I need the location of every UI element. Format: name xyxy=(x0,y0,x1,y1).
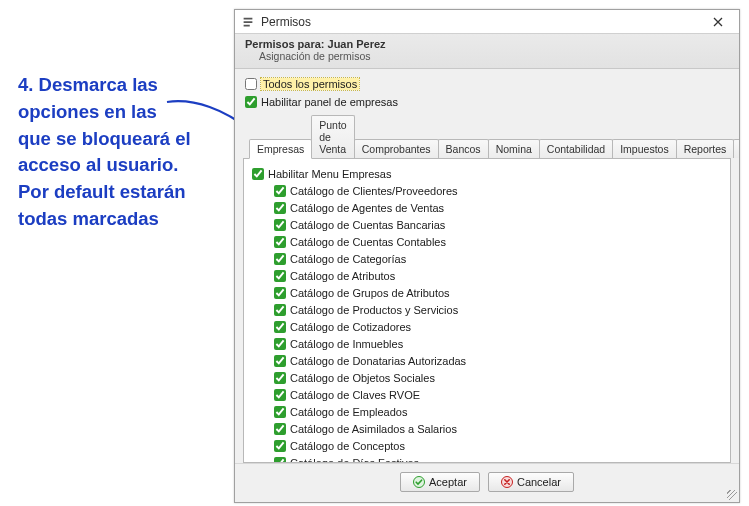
tree-item-label: Catálogo de Inmuebles xyxy=(290,338,403,350)
tab-empresas[interactable]: Empresas xyxy=(249,139,312,159)
tree-item-row: Catálogo de Claves RVOE xyxy=(274,387,722,403)
tree-item-row: Catálogo de Atributos xyxy=(274,268,722,284)
dialog-title: Permisos xyxy=(261,15,701,29)
tree-item-checkbox[interactable] xyxy=(274,355,286,367)
tree-item-checkbox[interactable] xyxy=(274,253,286,265)
tree-item-checkbox[interactable] xyxy=(274,440,286,452)
annotation-text: 4. Desmarca las opciones en las que se b… xyxy=(18,72,193,233)
tree-item-row: Catálogo de Grupos de Atributos xyxy=(274,285,722,301)
resize-grip[interactable] xyxy=(727,490,737,500)
tab-nomina[interactable]: Nomina xyxy=(488,139,540,158)
enable-companies-label: Habilitar panel de empresas xyxy=(261,96,398,108)
tree-item-row: Catálogo de Empleados xyxy=(274,404,722,420)
tree-item-checkbox[interactable] xyxy=(274,236,286,248)
tree-item-label: Catálogo de Agentes de Ventas xyxy=(290,202,444,214)
tab-global[interactable]: Global xyxy=(733,139,739,158)
tree-item-row: Catálogo de Productos y Servicios xyxy=(274,302,722,318)
tree-children: Catálogo de Clientes/ProveedoresCatálogo… xyxy=(252,183,722,463)
cancel-button[interactable]: Cancelar xyxy=(488,472,574,492)
enable-companies-row: Habilitar panel de empresas xyxy=(245,94,731,110)
dialog-header: Permisos para: Juan Perez Asignación de … xyxy=(235,34,739,69)
tree-item-checkbox[interactable] xyxy=(274,338,286,350)
tree-item-label: Catálogo de Grupos de Atributos xyxy=(290,287,450,299)
tree-item-row: Catálogo de Cotizadores xyxy=(274,319,722,335)
tree-item-row: Catálogo de Categorías xyxy=(274,251,722,267)
tree-item-label: Catálogo de Objetos Sociales xyxy=(290,372,435,384)
tab-bar: Empresas Punto de Venta Comprobantes Ban… xyxy=(243,115,731,159)
all-permissions-label: Todos los permisos xyxy=(261,78,359,90)
tree-item-checkbox[interactable] xyxy=(274,202,286,214)
tree-item-checkbox[interactable] xyxy=(274,304,286,316)
tab-reportes[interactable]: Reportes xyxy=(676,139,735,158)
tree-item-row: Catálogo de Cuentas Bancarias xyxy=(274,217,722,233)
tab-punto-de-venta[interactable]: Punto de Venta xyxy=(311,115,354,158)
tree-item-checkbox[interactable] xyxy=(274,423,286,435)
tree-item-label: Catálogo de Cuentas Bancarias xyxy=(290,219,445,231)
tree-item-row: Catálogo de Conceptos xyxy=(274,438,722,454)
tree-item-label: Catálogo de Categorías xyxy=(290,253,406,265)
close-button[interactable] xyxy=(701,11,735,33)
header-subtitle: Asignación de permisos xyxy=(245,50,729,62)
tab-impuestos[interactable]: Impuestos xyxy=(612,139,676,158)
tab-contabilidad[interactable]: Contabilidad xyxy=(539,139,613,158)
tree-item-checkbox[interactable] xyxy=(274,219,286,231)
tree-item-label: Catálogo de Asimilados a Salarios xyxy=(290,423,457,435)
tree-item-checkbox[interactable] xyxy=(274,270,286,282)
tree-item-row: Catálogo de Agentes de Ventas xyxy=(274,200,722,216)
app-icon xyxy=(241,15,255,29)
enable-companies-checkbox[interactable] xyxy=(245,96,257,108)
tree-item-row: Catálogo de Clientes/Proveedores xyxy=(274,183,722,199)
tree-item-label: Catálogo de Atributos xyxy=(290,270,395,282)
header-title: Permisos para: Juan Perez xyxy=(245,38,729,50)
all-permissions-checkbox[interactable] xyxy=(245,78,257,90)
tree-item-label: Catálogo de Productos y Servicios xyxy=(290,304,458,316)
tree-root-checkbox[interactable] xyxy=(252,168,264,180)
cancel-icon xyxy=(501,476,513,488)
tree-item-row: Catálogo de Asimilados a Salarios xyxy=(274,421,722,437)
close-icon xyxy=(713,17,723,27)
tree-item-label: Catálogo de Cuentas Contables xyxy=(290,236,446,248)
tree-item-checkbox[interactable] xyxy=(274,185,286,197)
tree-item-row: Catálogo de Cuentas Contables xyxy=(274,234,722,250)
titlebar: Permisos xyxy=(235,10,739,34)
tree-item-label: Catálogo de Donatarias Autorizadas xyxy=(290,355,466,367)
all-permissions-row: Todos los permisos xyxy=(245,76,731,92)
tree-item-row: Catálogo de Inmuebles xyxy=(274,336,722,352)
tab-comprobantes[interactable]: Comprobantes xyxy=(354,139,439,158)
tree-item-label: Catálogo de Conceptos xyxy=(290,440,405,452)
tab-content: Habilitar Menu Empresas Catálogo de Clie… xyxy=(243,159,731,463)
tree-item-label: Catálogo de Empleados xyxy=(290,406,407,418)
cancel-label: Cancelar xyxy=(517,476,561,488)
tree-item-label: Catálogo de Claves RVOE xyxy=(290,389,420,401)
accept-label: Aceptar xyxy=(429,476,467,488)
tree-item-row: Catálogo de Días Festivos xyxy=(274,455,722,463)
tree-root-row: Habilitar Menu Empresas xyxy=(252,166,722,182)
tree-item-row: Catálogo de Donatarias Autorizadas xyxy=(274,353,722,369)
dialog-buttons: Aceptar Cancelar xyxy=(235,463,739,502)
accept-button[interactable]: Aceptar xyxy=(400,472,480,492)
tree-item-checkbox[interactable] xyxy=(274,321,286,333)
tree-root-label: Habilitar Menu Empresas xyxy=(268,168,392,180)
tree-item-row: Catálogo de Objetos Sociales xyxy=(274,370,722,386)
tree-item-checkbox[interactable] xyxy=(274,372,286,384)
tree-item-label: Catálogo de Clientes/Proveedores xyxy=(290,185,458,197)
tree-item-label: Catálogo de Cotizadores xyxy=(290,321,411,333)
tree-item-checkbox[interactable] xyxy=(274,287,286,299)
tree-item-checkbox[interactable] xyxy=(274,389,286,401)
tab-bancos[interactable]: Bancos xyxy=(438,139,489,158)
tree-item-checkbox[interactable] xyxy=(274,406,286,418)
permissions-dialog: Permisos Permisos para: Juan Perez Asign… xyxy=(234,9,740,503)
check-icon xyxy=(413,476,425,488)
